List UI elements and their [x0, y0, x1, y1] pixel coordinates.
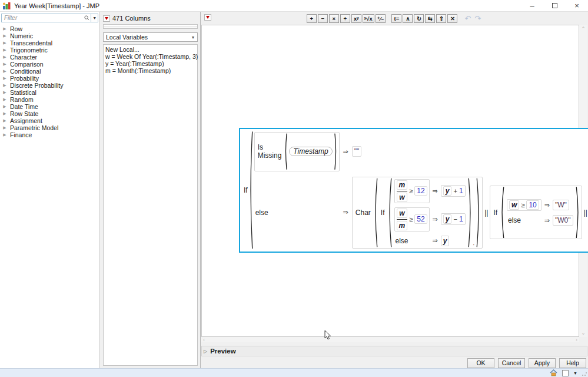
number-12-node[interactable]: 12 — [414, 186, 427, 196]
else-keyword[interactable]: else — [254, 209, 270, 217]
result-y-node[interactable]: y — [441, 236, 450, 246]
expander-icon[interactable]: ▶ — [2, 90, 7, 95]
sidebar-item-conditional[interactable]: ▶Conditional — [2, 68, 98, 75]
string-w0-node[interactable]: "W0" — [553, 215, 573, 226]
swap-terms-button[interactable]: ⇆ — [425, 14, 435, 23]
formula-selected-expression[interactable]: If Is Missing Timestamp ⇒ "" — [239, 128, 588, 253]
undo-button[interactable]: ↶ — [463, 14, 472, 23]
expander-icon[interactable]: ▶ — [2, 83, 7, 88]
cancel-button[interactable]: Cancel — [498, 358, 525, 368]
string-w-node[interactable]: "W" — [553, 200, 569, 210]
empty-string-node[interactable]: "" — [352, 146, 362, 157]
switch-sign-button[interactable]: ⁺⁄₋ — [376, 14, 386, 23]
scroll-right-icon[interactable]: › — [576, 337, 577, 343]
result-y-plus-1-node[interactable]: y + 1 — [441, 185, 466, 197]
expander-icon[interactable]: ▶ — [2, 62, 7, 67]
variable-m-node[interactable]: m — [397, 221, 408, 230]
argument-comma[interactable]: , — [473, 240, 475, 246]
expander-icon[interactable]: ▶ — [2, 48, 7, 52]
sidebar-item-row-state[interactable]: ▶Row State — [2, 110, 98, 117]
columns-list-collapsed[interactable] — [103, 24, 198, 29]
expander-icon[interactable]: ▶ — [2, 97, 7, 102]
minimize-button[interactable]: – — [521, 0, 543, 11]
sidebar-item-finance[interactable]: ▶Finance — [2, 131, 98, 138]
close-button[interactable]: × — [566, 0, 588, 11]
condition-node-month[interactable]: m w ≥ 12 — [394, 179, 430, 203]
scroll-up-icon[interactable]: ⌃ — [581, 26, 586, 32]
if-keyword[interactable]: If — [242, 186, 249, 194]
variable-w-node[interactable]: w — [397, 209, 407, 218]
condition-w-gte-10-node[interactable]: w ≥ 10 — [507, 199, 542, 211]
sidebar-item-numeric[interactable]: ▶Numeric — [2, 32, 98, 39]
sidebar-item-random[interactable]: ▶Random — [2, 96, 98, 103]
variable-y-node[interactable]: y — [443, 214, 452, 224]
filter-input[interactable] — [1, 14, 92, 22]
boxing-button[interactable]: ⇧ — [436, 14, 446, 23]
ismissing-call-node[interactable]: Is Missing Timestamp — [254, 132, 340, 171]
local-variable-button[interactable]: t= — [391, 14, 401, 23]
expander-icon[interactable]: ▶ — [2, 125, 7, 130]
sidebar-item-assignment[interactable]: ▶Assignment — [2, 117, 98, 124]
expander-icon[interactable]: ▶ — [2, 27, 7, 31]
filter-dropdown-button[interactable]: ▼ — [91, 14, 98, 22]
sidebar-item-parametric-model[interactable]: ▶Parametric Model — [2, 124, 98, 131]
scroll-left-icon[interactable]: ‹ — [203, 337, 205, 343]
sidebar-item-row[interactable]: ▶Row — [2, 25, 98, 32]
variable-w-node[interactable]: w — [509, 200, 519, 210]
variable-scope-select[interactable]: Local Variables ▼ — [103, 32, 198, 42]
if-keyword[interactable]: If — [380, 209, 386, 217]
expander-icon[interactable]: ▶ — [2, 111, 7, 116]
ok-button[interactable]: OK — [467, 358, 494, 368]
timestamp-column-node[interactable]: Timestamp — [289, 147, 332, 156]
columns-menu-button[interactable] — [103, 15, 110, 22]
status-dropdown-icon[interactable]: ▼ — [573, 371, 577, 375]
maximize-button[interactable] — [543, 0, 566, 11]
power-button[interactable]: xʸ — [351, 14, 361, 23]
help-button[interactable]: Help — [559, 358, 586, 368]
sidebar-item-discrete-probability[interactable]: ▶Discrete Probability — [2, 82, 98, 89]
expander-icon[interactable]: ▶ — [2, 34, 7, 38]
subtract-button[interactable]: − — [318, 14, 328, 23]
expander-icon[interactable]: ▶ — [2, 104, 7, 109]
add-button[interactable]: + — [307, 14, 317, 23]
result-y-minus-1-node[interactable]: y − 1 — [441, 213, 466, 225]
list-item-local-y[interactable]: y = Year(:Timestamp) — [105, 60, 197, 67]
week-prefix-if-node[interactable]: If w ≥ 10 ⇒ "W — [490, 186, 582, 240]
sidebar-item-statistical[interactable]: ▶Statistical — [2, 89, 98, 96]
formula-canvas[interactable]: If Is Missing Timestamp ⇒ "" — [201, 25, 579, 337]
multiply-button[interactable]: × — [329, 14, 339, 23]
if-keyword[interactable]: If — [492, 209, 499, 217]
root-button[interactable]: ʸ√x — [363, 14, 374, 23]
sidebar-item-date-time[interactable]: ▶Date Time — [2, 103, 98, 110]
expander-icon[interactable]: ▶ — [2, 41, 7, 45]
expander-icon[interactable]: ▶ — [2, 118, 7, 123]
expander-icon[interactable]: ▶ — [2, 69, 7, 74]
list-item-new-local[interactable]: New Local... — [105, 46, 197, 53]
apply-button[interactable]: Apply — [529, 358, 556, 368]
sidebar-item-transcendental[interactable]: ▶Transcendental — [2, 39, 98, 47]
resize-grip[interactable] — [582, 371, 587, 376]
expander-icon[interactable]: ▶ — [2, 133, 7, 137]
sidebar-item-trigonometric[interactable]: ▶Trigonometric — [2, 47, 98, 54]
list-item-local-m[interactable]: m = Month(:Timestamp) — [105, 67, 197, 74]
list-item-local-w[interactable]: w = Week Of Year(:Timestamp, 3) — [105, 53, 197, 60]
number-10-node[interactable]: 10 — [526, 200, 539, 210]
sidebar-item-character[interactable]: ▶Character — [2, 54, 98, 61]
rotate-button[interactable]: ↻ — [414, 14, 424, 23]
peel-expression-button[interactable]: ∧ — [403, 14, 413, 23]
expander-icon[interactable]: ▶ — [2, 76, 7, 81]
number-52-node[interactable]: 52 — [414, 214, 427, 224]
divide-button[interactable]: ÷ — [340, 14, 350, 23]
variable-m-node[interactable]: m — [397, 180, 408, 190]
sidebar-item-comparison[interactable]: ▶Comparison — [2, 61, 98, 68]
sidebar-item-probability[interactable]: ▶Probability — [2, 75, 98, 82]
char-year-call-node[interactable]: Char If m — [352, 177, 483, 249]
scroll-down-icon[interactable]: ⌄ — [581, 330, 586, 336]
redo-button[interactable]: ↷ — [473, 14, 482, 23]
window-mode-icon[interactable] — [562, 370, 569, 376]
formula-menu-button[interactable] — [204, 14, 211, 21]
condition-node-week[interactable]: w m ≥ 52 — [394, 207, 430, 232]
else-keyword[interactable]: else — [507, 216, 522, 224]
preview-expander-icon[interactable]: ▷ — [204, 349, 207, 354]
expander-icon[interactable]: ▶ — [2, 55, 7, 59]
